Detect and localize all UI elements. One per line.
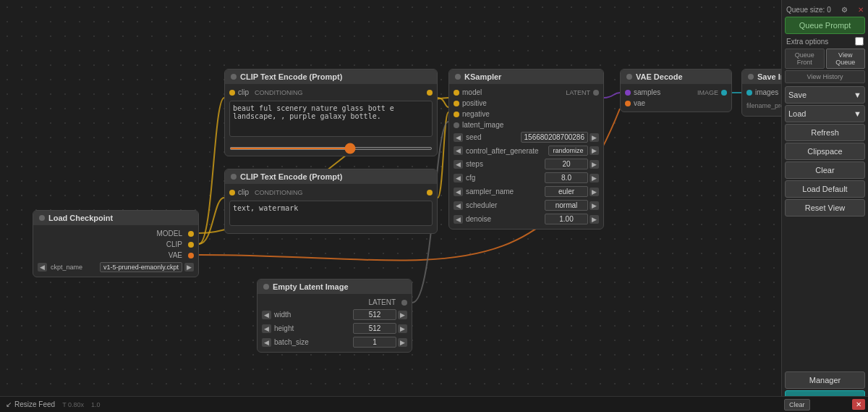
- extra-options-label: Extra options: [786, 38, 828, 46]
- ksampler-steps-right[interactable]: ▶: [590, 160, 599, 169]
- clip1-slider[interactable]: [229, 147, 433, 150]
- clip-text-encode-node-2: CLIP Text Encode (Prompt) clip CONDITION…: [224, 169, 438, 234]
- view-history-button[interactable]: View History: [785, 70, 865, 83]
- ksampler-positive-row: positive: [449, 98, 603, 109]
- ksampler-sampler-row: ◀ sampler_name euler ▶: [449, 185, 603, 198]
- ksampler-cfg-left[interactable]: ◀: [454, 174, 463, 182]
- latent-output-label: LATENT: [368, 298, 396, 306]
- ksampler-latent-dot: [454, 122, 459, 128]
- ksampler-cfg-label: cfg: [466, 174, 543, 182]
- ksampler-model-row: model LATENT: [449, 87, 603, 98]
- load-button[interactable]: Load ▼: [785, 105, 865, 122]
- ksampler-node: KSampler model LATENT positive negative …: [448, 69, 604, 230]
- vae-vae-dot: [625, 101, 631, 106]
- resize-feed-button[interactable]: ↙ Resize Feed: [6, 400, 55, 408]
- ksampler-sampler-label: sampler_name: [466, 188, 543, 196]
- clip1-header: CLIP Text Encode (Prompt): [225, 70, 437, 84]
- checkpoint-header: Load Checkpoint: [33, 211, 198, 225]
- clip1-output-dot: [427, 90, 433, 96]
- ksampler-pos-dot: [454, 101, 459, 106]
- ksampler-latent-label: LATENT: [566, 89, 590, 96]
- queue-size-label: Queue size: 0: [786, 6, 831, 14]
- latent-output-row: LATENT: [258, 297, 412, 308]
- ksampler-seed-right[interactable]: ▶: [590, 133, 599, 142]
- latent-height-value: 512: [353, 323, 396, 334]
- ksampler-control-value: randomize: [548, 146, 588, 156]
- ksampler-cfg-right[interactable]: ▶: [590, 174, 599, 182]
- latent-batch-left[interactable]: ◀: [262, 338, 271, 347]
- clip1-input-row: clip CONDITIONING: [225, 87, 437, 98]
- ksampler-steps-left[interactable]: ◀: [454, 160, 463, 169]
- checkpoint-clip-dot: [188, 242, 194, 248]
- vae-vae-label: vae: [634, 99, 645, 107]
- ksampler-scheduler-right[interactable]: ▶: [590, 201, 599, 210]
- load-default-button[interactable]: Load Default: [785, 180, 865, 198]
- ksampler-denoise-label: denoise: [466, 215, 543, 223]
- clip2-input-label: clip: [238, 188, 249, 196]
- bottom-right-bar: Clear ✕: [781, 396, 868, 412]
- ksampler-seed-left[interactable]: ◀: [454, 133, 463, 142]
- clip2-output-dot: [427, 190, 433, 196]
- load-arrow: ▼: [854, 109, 861, 118]
- vae-samples-dot: [625, 90, 631, 96]
- clipspace-button[interactable]: Clipspace: [785, 143, 865, 160]
- x-bottom-button[interactable]: ✕: [852, 399, 865, 410]
- clip-text-encode-node-1: CLIP Text Encode (Prompt) clip CONDITION…: [224, 69, 438, 156]
- clip2-textarea[interactable]: text, watermark: [229, 201, 433, 226]
- ksampler-sampler-left[interactable]: ◀: [454, 188, 463, 196]
- ksampler-steps-value: 20: [545, 159, 588, 169]
- ksampler-control-left[interactable]: ◀: [454, 146, 463, 155]
- save-images-label: images: [755, 88, 778, 96]
- clip2-title: CLIP Text Encode (Prompt): [240, 172, 342, 181]
- latent-height-left[interactable]: ◀: [262, 324, 271, 333]
- clip2-output-type: CONDITIONING: [255, 189, 303, 196]
- clip2-dot: [231, 174, 237, 180]
- clear-bottom-button[interactable]: Clear: [784, 399, 810, 411]
- save-images-dot: [746, 90, 752, 96]
- ksampler-latent-input-label: latent_image: [462, 121, 503, 129]
- reset-view-button[interactable]: Reset View: [785, 199, 865, 216]
- ksampler-sampler-right[interactable]: ▶: [590, 188, 599, 196]
- coords-val: 1.0: [91, 401, 101, 408]
- checkpoint-title: Load Checkpoint: [48, 214, 113, 222]
- empty-latent-node: Empty Latent Image LATENT ◀ width 512 ▶ …: [257, 279, 412, 353]
- ksampler-model-label: model: [462, 88, 482, 96]
- latent-batch-right[interactable]: ▶: [398, 338, 407, 347]
- save-dot: [748, 74, 754, 80]
- checkpoint-ckpt-right[interactable]: ▶: [184, 263, 194, 272]
- ksampler-seed-label: seed: [466, 133, 519, 141]
- checkpoint-ckpt-left[interactable]: ◀: [38, 263, 47, 272]
- latent-height-label: height: [274, 324, 352, 332]
- vae-dot: [626, 74, 632, 80]
- ksampler-denoise-left[interactable]: ◀: [454, 215, 463, 224]
- ksampler-control-right[interactable]: ▶: [590, 146, 599, 155]
- ksampler-denoise-row: ◀ denoise 1.00 ▶: [449, 212, 603, 226]
- queue-prompt-button[interactable]: Queue Prompt: [785, 17, 865, 34]
- clear-button[interactable]: Clear: [785, 161, 865, 179]
- refresh-button[interactable]: Refresh: [785, 124, 865, 141]
- ksampler-scheduler-left[interactable]: ◀: [454, 201, 463, 210]
- latent-width-left[interactable]: ◀: [262, 311, 271, 319]
- queue-front-button[interactable]: Queue Front: [785, 49, 825, 69]
- clip2-body: clip CONDITIONING text, watermark: [225, 184, 437, 233]
- queue-x-icon[interactable]: ✕: [858, 6, 864, 14]
- extra-options-checkbox[interactable]: [855, 37, 864, 46]
- right-panel: Queue size: 0 ⚙ ✕ Queue Prompt Extra opt…: [781, 0, 868, 412]
- latent-width-right[interactable]: ▶: [398, 311, 407, 319]
- ksampler-latent-row: latent_image: [449, 119, 603, 130]
- manager-button[interactable]: Manager: [785, 371, 865, 389]
- latent-height-right[interactable]: ▶: [398, 324, 407, 333]
- ksampler-denoise-right[interactable]: ▶: [590, 215, 599, 224]
- save-images-row: images: [742, 87, 781, 98]
- clip1-dot: [231, 74, 237, 80]
- ksampler-header: KSampler: [449, 70, 603, 84]
- ksampler-cfg-value: 8.0: [545, 172, 588, 183]
- load-label: Load: [788, 109, 806, 118]
- latent-title: Empty Latent Image: [273, 282, 349, 291]
- latent-width-row: ◀ width 512 ▶: [258, 308, 412, 321]
- save-header: Save Image: [742, 70, 781, 84]
- latent-width-label: width: [274, 311, 352, 319]
- save-button[interactable]: Save ▼: [785, 86, 865, 104]
- clip1-textarea[interactable]: beaut ful scenery nature glass bott e la…: [229, 101, 433, 137]
- view-queue-button[interactable]: View Queue: [826, 49, 866, 69]
